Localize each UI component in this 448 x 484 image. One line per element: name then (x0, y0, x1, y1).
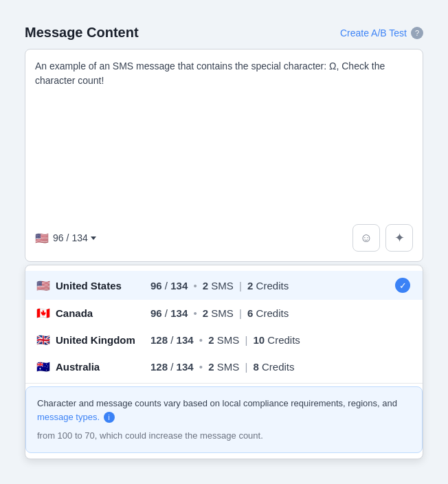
list-item[interactable]: 🇦🇺 Australia 128 / 134 • 2 SMS | 8 Credi… (25, 353, 423, 380)
section-header: Message Content Create A/B Test ? (25, 25, 423, 41)
info-icon: i (104, 412, 115, 423)
selected-checkmark: ✓ (395, 278, 410, 293)
message-footer: 🇺🇸 96 / 134 ☺ ✦ (35, 219, 413, 252)
message-box: 🇺🇸 96 / 134 ☺ ✦ (25, 49, 423, 262)
us-flag: 🇺🇸 (36, 279, 50, 292)
message-textarea[interactable] (35, 59, 413, 210)
au-flag: 🇦🇺 (36, 360, 50, 373)
sparkle-icon: ✦ (394, 230, 405, 245)
ca-stats: 96 / 134 • 2 SMS | 6 Credits (150, 307, 289, 319)
emoji-button[interactable]: ☺ (352, 224, 380, 252)
uk-country-name: United Kingdom (56, 334, 145, 346)
uk-stats: 128 / 134 • 2 SMS | 10 Credits (150, 334, 300, 346)
icon-buttons: ☺ ✦ (352, 224, 413, 252)
char-separator: / (67, 232, 69, 243)
help-icon[interactable]: ? (411, 27, 423, 39)
country-flag: 🇺🇸 (35, 232, 49, 245)
ca-country-name: Canada (56, 307, 145, 319)
au-stats: 128 / 134 • 2 SMS | 8 Credits (150, 361, 294, 373)
us-country-name: United States (56, 280, 145, 292)
info-box: Character and message counts vary based … (25, 386, 423, 453)
sparkle-button[interactable]: ✦ (385, 224, 413, 252)
list-item[interactable]: 🇨🇦 Canada 96 / 134 • 2 SMS | 6 Credits (25, 300, 423, 327)
au-country-name: Australia (56, 361, 145, 373)
char-max: 134 (71, 232, 87, 243)
info-faded-text: from 100 to 70, which could increase the… (37, 429, 411, 443)
page-title: Message Content (25, 25, 139, 41)
list-item[interactable]: 🇺🇸 United States 96 / 134 • 2 SMS | 2 Cr… (25, 271, 423, 300)
char-count-area: 🇺🇸 96 / 134 (35, 232, 96, 245)
page-container: Message Content Create A/B Test ? 🇺🇸 96 … (14, 14, 434, 470)
header-actions: Create A/B Test ? (340, 27, 423, 39)
info-description: Character and message counts vary based … (37, 398, 397, 408)
info-link[interactable]: message types. (37, 412, 100, 422)
uk-flag: 🇬🇧 (36, 333, 50, 346)
char-current: 96 (53, 232, 64, 243)
char-count-button[interactable]: 96 / 134 (53, 232, 96, 243)
create-ab-link[interactable]: Create A/B Test (340, 28, 407, 38)
list-item[interactable]: 🇬🇧 United Kingdom 128 / 134 • 2 SMS | 10… (25, 327, 423, 353)
ca-flag: 🇨🇦 (36, 307, 50, 320)
us-stats: 96 / 134 • 2 SMS | 2 Credits (150, 280, 289, 292)
emoji-icon: ☺ (360, 231, 372, 245)
chevron-down-icon (91, 236, 96, 240)
country-dropdown: 🇺🇸 United States 96 / 134 • 2 SMS | 2 Cr… (25, 265, 423, 459)
dropdown-divider (25, 383, 423, 384)
